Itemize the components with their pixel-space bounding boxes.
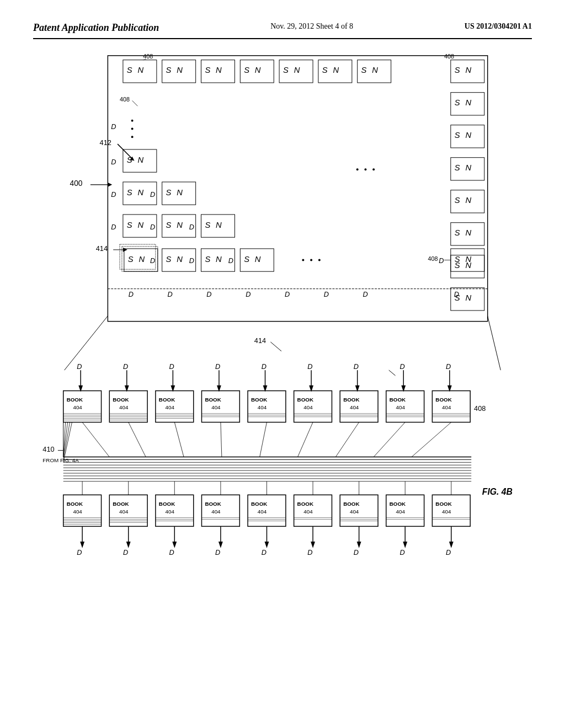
- svg-line-55: [132, 100, 138, 106]
- svg-text:BOOK: BOOK: [205, 397, 221, 403]
- svg-text:S: S: [455, 255, 460, 264]
- svg-text:N: N: [137, 221, 143, 229]
- svg-point-66: [372, 168, 375, 170]
- svg-rect-254: [63, 495, 102, 526]
- svg-text:N: N: [465, 66, 471, 74]
- svg-line-150: [389, 370, 396, 376]
- svg-text:S: S: [127, 221, 132, 229]
- svg-text:N: N: [465, 255, 471, 264]
- svg-text:404: 404: [396, 508, 406, 515]
- svg-text:BOOK: BOOK: [435, 397, 452, 403]
- svg-text:S: S: [244, 66, 249, 74]
- svg-text:D: D: [111, 122, 116, 131]
- svg-text:BOOK: BOOK: [435, 501, 452, 507]
- svg-marker-2: [108, 183, 112, 187]
- svg-point-108: [310, 259, 312, 261]
- svg-text:N: N: [465, 98, 471, 107]
- svg-text:D: D: [454, 290, 459, 298]
- sn-box-right-col5: S N: [451, 223, 484, 245]
- svg-text:N: N: [465, 293, 471, 302]
- svg-text:408: 408: [428, 255, 438, 262]
- svg-text:N: N: [372, 66, 378, 74]
- svg-text:BOOK: BOOK: [113, 397, 129, 403]
- svg-text:D: D: [77, 548, 82, 556]
- svg-rect-297: [386, 495, 424, 526]
- svg-line-238: [174, 422, 184, 457]
- svg-text:S: S: [455, 163, 460, 172]
- sn-box-r1c5: S N: [279, 60, 313, 83]
- svg-text:404: 404: [442, 508, 451, 515]
- svg-text:D: D: [307, 362, 312, 371]
- svg-text:N: N: [138, 255, 145, 264]
- sn-box-r1c6: S N: [318, 60, 352, 83]
- svg-text:404: 404: [442, 404, 451, 410]
- svg-text:S: S: [455, 98, 460, 107]
- svg-text:404: 404: [211, 508, 221, 515]
- svg-text:BOOK: BOOK: [67, 501, 83, 507]
- sn-box-r1c3: S N: [201, 60, 235, 83]
- svg-text:FIG. 4B: FIG. 4B: [482, 487, 513, 496]
- svg-text:S: S: [361, 66, 367, 74]
- svg-rect-204: [386, 391, 424, 422]
- svg-text:S: S: [166, 66, 172, 74]
- svg-line-125: [65, 316, 108, 370]
- svg-text:N: N: [216, 66, 222, 74]
- svg-rect-262: [109, 495, 147, 526]
- svg-text:D: D: [123, 362, 128, 371]
- svg-text:BOOK: BOOK: [251, 397, 268, 403]
- svg-text:D: D: [262, 362, 266, 371]
- svg-text:S: S: [166, 255, 172, 264]
- svg-text:404: 404: [350, 404, 359, 410]
- svg-text:BOOK: BOOK: [159, 397, 175, 403]
- svg-text:N: N: [137, 156, 143, 164]
- svg-text:S: S: [455, 196, 460, 205]
- svg-text:N: N: [216, 221, 222, 229]
- svg-text:D: D: [307, 548, 312, 556]
- publication-date-sheet: Nov. 29, 2012 Sheet 4 of 8: [270, 22, 353, 31]
- svg-rect-280: [248, 495, 286, 526]
- svg-text:N: N: [465, 228, 471, 237]
- svg-marker-314: [172, 542, 177, 548]
- svg-text:404: 404: [303, 404, 313, 410]
- svg-text:D: D: [150, 223, 155, 231]
- svg-text:BOOK: BOOK: [390, 397, 406, 403]
- svg-text:408: 408: [120, 96, 130, 103]
- svg-text:N: N: [465, 196, 471, 205]
- svg-text:410: 410: [42, 445, 54, 453]
- svg-line-222: [63, 422, 66, 457]
- svg-point-107: [302, 259, 304, 261]
- svg-text:BOOK: BOOK: [343, 397, 360, 403]
- svg-text:S: S: [283, 66, 289, 74]
- sn-box-r1c7: S N: [358, 60, 391, 83]
- svg-point-59: [131, 136, 134, 138]
- svg-text:D: D: [262, 548, 266, 556]
- sn-box-r2c1: S N: [123, 149, 157, 172]
- ref-400-label: 400: [70, 179, 83, 188]
- sn-box-right-col1: S N: [451, 93, 484, 115]
- sn-box-r1c4: S N: [240, 60, 274, 83]
- svg-text:408: 408: [474, 404, 486, 413]
- svg-text:N: N: [465, 163, 471, 172]
- svg-rect-286: [294, 495, 332, 526]
- svg-text:N: N: [137, 188, 143, 197]
- svg-line-225: [63, 422, 72, 463]
- svg-text:D: D: [150, 190, 155, 199]
- svg-text:S: S: [205, 255, 210, 264]
- sn-box-right-col4: S N: [451, 190, 484, 213]
- svg-marker-329: [403, 542, 407, 548]
- svg-rect-157: [63, 391, 102, 422]
- svg-text:404: 404: [73, 404, 82, 410]
- svg-text:BOOK: BOOK: [205, 501, 221, 507]
- svg-rect-198: [340, 391, 378, 422]
- svg-text:404: 404: [258, 508, 267, 515]
- svg-text:N: N: [294, 66, 300, 74]
- svg-text:S: S: [127, 66, 132, 74]
- svg-line-237: [129, 422, 146, 457]
- svg-text:404: 404: [166, 508, 175, 515]
- sn-box-r1c1: S N: [123, 60, 157, 83]
- svg-text:S: S: [455, 66, 460, 74]
- svg-text:D: D: [363, 290, 368, 298]
- svg-text:BOOK: BOOK: [251, 501, 268, 507]
- svg-marker-317: [218, 542, 223, 548]
- svg-text:D: D: [168, 290, 173, 298]
